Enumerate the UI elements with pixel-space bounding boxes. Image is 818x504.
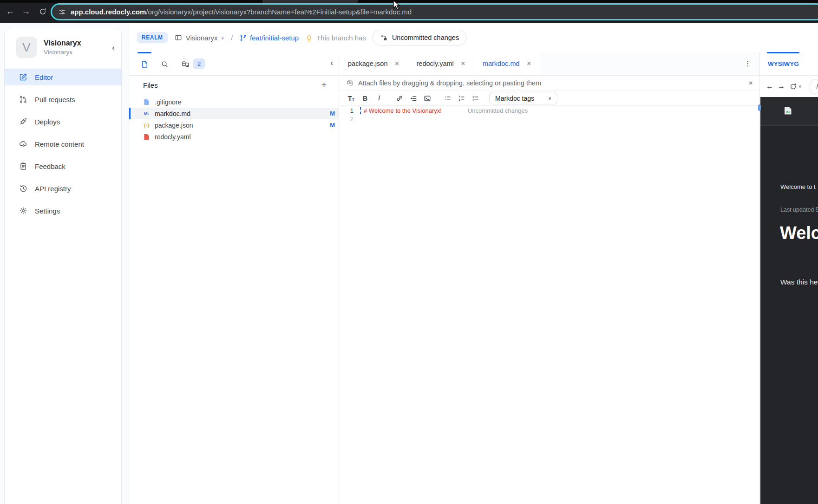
uncommitted-changes-button[interactable]: Uncommitted changes: [373, 30, 466, 45]
main-area: REALM Visionaryx ∨ / feat/initial-setup: [129, 23, 818, 504]
content-row: 2 ‹ Files + .gitignore M: [129, 52, 818, 504]
sidebar-item-pull-requests[interactable]: Pull requests: [5, 91, 121, 108]
tab-markdoc-md[interactable]: markdoc.md ✕: [474, 52, 540, 75]
indent-icon: [409, 94, 418, 103]
file-row-package-json[interactable]: {·} package.json M: [129, 119, 339, 131]
git-branch-icon: [239, 34, 247, 42]
path-separator: /: [231, 34, 233, 42]
tab-label: markdoc.md: [483, 60, 520, 67]
gear-icon: [19, 206, 28, 215]
org-names: Visionaryx Visionaryx: [44, 39, 81, 56]
preview-forward-button[interactable]: →: [778, 82, 785, 90]
code-text: # Welcome to the Visionaryx!: [364, 107, 442, 115]
branch-hint-text: This branch has: [316, 34, 366, 42]
add-file-button[interactable]: +: [321, 80, 327, 90]
sidebar-item-api-registry[interactable]: API registry: [5, 180, 121, 197]
text-caret: [360, 107, 361, 114]
tab-redocly-yaml[interactable]: redocly.yaml ✕: [408, 52, 474, 75]
tab-label: redocly.yaml: [417, 60, 454, 67]
browser-forward-button[interactable]: →: [20, 5, 33, 18]
attach-files-bar[interactable]: Attach files by dragging & dropping, sel…: [340, 76, 759, 90]
close-icon[interactable]: ✕: [394, 60, 399, 67]
wysiwyg-tab[interactable]: WYSIWYG: [768, 60, 799, 67]
preview-back-button[interactable]: ←: [766, 82, 773, 90]
sidebar-menu: Editor Pull requests Deploys: [5, 69, 121, 225]
line-number: 1: [340, 107, 360, 115]
browser-address-bar[interactable]: app.cloud.redocly.com/org/visionaryx/pro…: [52, 5, 818, 19]
org-avatar: V: [16, 37, 37, 58]
changes-count-badge: 2: [193, 58, 205, 69]
cloud-gear-icon: [19, 139, 28, 149]
numbered-list-icon: [458, 94, 466, 103]
sidebar: V Visionaryx Visionaryx ‹ Editor Pull: [4, 29, 122, 504]
preview-url-input[interactable]: /: [810, 79, 818, 94]
file-row-redocly-yaml[interactable]: redocly.yaml: [129, 131, 339, 142]
sidebar-item-feedback[interactable]: Feedback: [5, 158, 121, 174]
code-line-1[interactable]: 1 # Welcome to the Visionaryx! Uncommitt…: [340, 107, 759, 115]
preview-breadcrumb[interactable]: Welcome to t: [780, 183, 816, 190]
attachment-icon: [346, 79, 353, 87]
editor-menu-button[interactable]: ⋮: [744, 59, 751, 68]
lightbulb-icon: [305, 34, 313, 42]
browser-back-button[interactable]: ←: [4, 5, 17, 18]
check-list-button[interactable]: [470, 93, 482, 104]
sidebar-collapse-button[interactable]: ‹: [112, 43, 115, 52]
browser-reload-button[interactable]: [36, 5, 49, 18]
sidebar-item-editor[interactable]: Editor: [5, 69, 121, 85]
url-domain: app.cloud.redocly.com: [71, 8, 146, 16]
uncommitted-changes-label: Uncommitted changes: [392, 34, 459, 41]
site-settings-icon[interactable]: [59, 8, 66, 16]
markdoc-tags-dropdown[interactable]: Markdoc tags ∨: [489, 92, 557, 104]
chevron-down-icon: ∨: [798, 84, 802, 89]
sidebar-item-label: Settings: [35, 207, 60, 215]
editor-tabbar: package.json ✕ redocly.yaml ✕ markdoc.md…: [340, 52, 759, 76]
bold-button[interactable]: B: [359, 93, 371, 104]
blockquote-button[interactable]: [407, 93, 419, 104]
document-icon: [144, 99, 150, 105]
code-line-2[interactable]: 2: [340, 115, 759, 123]
files-section-title: Files: [143, 81, 158, 89]
chevron-down-icon: ∨: [221, 35, 224, 40]
rocket-icon: [19, 117, 28, 126]
org-subtitle: Visionaryx: [44, 49, 81, 56]
tab-package-json[interactable]: package.json ✕: [340, 52, 408, 75]
italic-button[interactable]: I: [373, 93, 385, 104]
branch-selector[interactable]: feat/initial-setup: [239, 34, 299, 42]
close-icon[interactable]: ✕: [527, 60, 531, 67]
link-icon: [395, 94, 404, 103]
file-panel-collapse-button[interactable]: ‹: [330, 58, 333, 68]
realm-badge: REALM: [137, 32, 168, 43]
file-red-icon: [143, 133, 150, 140]
attach-hint-text: Attach files by dragging & dropping, sel…: [358, 79, 541, 87]
changes-tab-button[interactable]: [180, 59, 190, 69]
close-icon[interactable]: ✕: [748, 80, 753, 86]
bullet-list-button[interactable]: [442, 93, 454, 104]
preview-reload-button[interactable]: ∨: [789, 83, 802, 90]
panel-resize-handle[interactable]: [758, 104, 761, 111]
search-tab-button[interactable]: [159, 59, 170, 69]
chevron-down-icon: ∨: [548, 96, 551, 101]
numbered-list-button[interactable]: [456, 93, 468, 104]
sidebar-item-settings[interactable]: Settings: [5, 202, 121, 219]
markdoc-tags-label: Markdoc tags: [495, 95, 534, 102]
sidebar-item-deploys[interactable]: Deploys: [5, 113, 121, 130]
text-format-button[interactable]: TT: [345, 93, 357, 104]
sidebar-item-label: Deploys: [35, 118, 60, 126]
link-button[interactable]: [393, 93, 406, 104]
file-name: .gitignore: [155, 98, 182, 106]
mouse-cursor: [393, 0, 402, 10]
file-row-markdoc[interactable]: M↓ markdoc.md M: [129, 108, 339, 119]
file-panel: 2 ‹ Files + .gitignore M: [129, 52, 339, 504]
project-selector[interactable]: Visionaryx ∨: [174, 33, 224, 42]
code-block-button[interactable]: [421, 93, 433, 104]
modified-badge: M: [330, 110, 335, 117]
close-icon[interactable]: ✕: [461, 60, 465, 67]
document-icon: [144, 134, 150, 140]
file-row-gitignore[interactable]: .gitignore: [129, 96, 339, 108]
formatting-toolbar: TT B I: [340, 91, 759, 106]
url-path: /org/visionaryx/project/visionaryx?branc…: [146, 8, 412, 16]
sidebar-item-remote-content[interactable]: Remote content: [5, 136, 121, 152]
active-tab-indicator: [767, 52, 799, 53]
files-tab-button[interactable]: [139, 59, 150, 69]
code-editor[interactable]: 1 # Welcome to the Visionaryx! Uncommitt…: [340, 107, 759, 504]
